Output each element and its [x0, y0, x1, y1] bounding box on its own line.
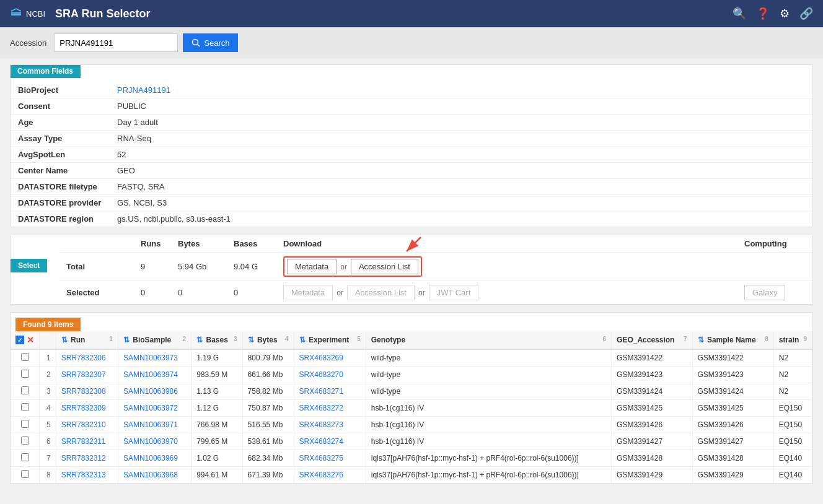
- run-link[interactable]: SRR7832306: [61, 354, 106, 362]
- accession-input[interactable]: [54, 33, 178, 52]
- experiment-link[interactable]: SRX4683272: [299, 404, 343, 412]
- run-link[interactable]: SRR7832307: [61, 370, 106, 379]
- bytes-col-num: 4: [285, 336, 289, 342]
- table-row: 1 SRR7832306 SAMN10063973 1.19 G 800.79 …: [11, 349, 812, 367]
- table-row: 3 SRR7832308 SAMN10063986 1.13 G 758.82 …: [11, 383, 812, 400]
- biosample-link[interactable]: SAMN10063969: [123, 454, 178, 463]
- row-experiment: SRX4683275: [294, 450, 366, 467]
- col-bytes-header[interactable]: ⇅ Bytes 4: [242, 331, 294, 349]
- run-link[interactable]: SRR7832313: [61, 471, 106, 479]
- row-bytes: 516.55 Mb: [242, 417, 294, 433]
- row-checkbox-cell: [11, 450, 40, 467]
- biosample-col-label: BioSample: [133, 336, 171, 344]
- experiment-link[interactable]: SRX4683276: [299, 471, 343, 479]
- total-computing-cell: [738, 253, 812, 281]
- experiment-link[interactable]: SRX4683273: [299, 420, 343, 429]
- col-label-header: [60, 235, 134, 253]
- biosample-link[interactable]: SAMN10063970: [123, 437, 178, 446]
- exp-col-num: 5: [357, 336, 361, 342]
- table-row: 4 SRR7832309 SAMN10063972 1.12 G 750.87 …: [11, 400, 812, 417]
- row-checkbox[interactable]: [21, 453, 29, 461]
- row-samplename: GSM3391422: [692, 349, 773, 367]
- help-icon[interactable]: ❓: [756, 7, 770, 20]
- field-value[interactable]: PRJNA491191: [110, 82, 812, 98]
- search-btn-icon: [191, 38, 200, 47]
- total-metadata-btn[interactable]: Metadata: [287, 259, 337, 274]
- row-checkbox[interactable]: [21, 403, 29, 411]
- biosample-link[interactable]: SAMN10063971: [123, 420, 178, 429]
- row-checkbox[interactable]: [21, 470, 29, 478]
- biosample-link[interactable]: SAMN10063974: [123, 370, 178, 379]
- common-fields-table: BioProject PRJNA491191 Consent PUBLIC Ag…: [11, 82, 812, 227]
- total-bytes: 5.94 Gb: [172, 253, 227, 281]
- biosample-link[interactable]: SAMN10063973: [123, 354, 178, 362]
- experiment-link[interactable]: SRX4683271: [299, 387, 343, 396]
- field-row: DATASTORE region gs.US, ncbi.public, s3.…: [11, 211, 812, 227]
- common-fields-section: Common Fields BioProject PRJNA491191 Con…: [10, 64, 813, 227]
- col-biosample-header[interactable]: ⇅ BioSample 2: [118, 331, 191, 349]
- total-accession-btn[interactable]: Accession List: [351, 259, 418, 274]
- field-key: Age: [11, 115, 110, 131]
- row-geo: GSM3391426: [612, 417, 692, 433]
- experiment-link[interactable]: SRX4683270: [299, 370, 343, 379]
- strain-col-label: strain: [779, 336, 799, 344]
- col-bases-header[interactable]: ⇅ Bases 3: [191, 331, 242, 349]
- run-link[interactable]: SRR7832311: [61, 437, 106, 446]
- exp-sort-icon: ⇅: [299, 336, 306, 344]
- search-button[interactable]: Search: [183, 33, 238, 52]
- fields-wrapper: BioProject PRJNA491191 Consent PUBLIC Ag…: [11, 65, 812, 227]
- row-checkbox[interactable]: [21, 370, 29, 378]
- field-key: DATASTORE region: [11, 211, 110, 227]
- select-all-checkbox[interactable]: ✓: [15, 336, 24, 344]
- row-checkbox[interactable]: [21, 353, 29, 361]
- row-run: SRR7832309: [56, 400, 118, 417]
- col-run-header[interactable]: ⇅ Run 1: [56, 331, 118, 349]
- samplename-col-label: Sample Name: [707, 336, 756, 344]
- settings-icon[interactable]: ⚙: [780, 7, 790, 20]
- search-btn-label: Search: [204, 38, 229, 48]
- run-link[interactable]: SRR7832309: [61, 404, 106, 412]
- svg-rect-1: [11, 14, 21, 15]
- experiment-link[interactable]: SRX4683274: [299, 437, 343, 446]
- field-row: BioProject PRJNA491191: [11, 82, 812, 98]
- run-link[interactable]: SRR7832310: [61, 420, 106, 429]
- row-bytes: 758.82 Mb: [242, 383, 294, 400]
- biosample-link[interactable]: SAMN10063972: [123, 404, 178, 412]
- field-row: Age Day 1 adult: [11, 115, 812, 131]
- row-checkbox[interactable]: [21, 437, 29, 445]
- row-biosample: SAMN10063972: [118, 400, 191, 417]
- row-geo: GSM3391422: [612, 349, 692, 367]
- field-link[interactable]: PRJNA491191: [117, 85, 170, 95]
- row-run: SRR7832307: [56, 367, 118, 383]
- select-table: Runs Bytes Bases Download Computing Tota…: [60, 235, 812, 304]
- biosample-link[interactable]: SAMN10063986: [123, 387, 178, 396]
- row-num: 8: [40, 467, 56, 484]
- col-experiment-header[interactable]: ⇅ Experiment 5: [294, 331, 366, 349]
- ncbi-text: NCBI: [26, 9, 45, 19]
- run-link[interactable]: SRR7832308: [61, 387, 106, 396]
- col-samplename-header[interactable]: ⇅ Sample Name 8: [692, 331, 773, 349]
- biosample-link[interactable]: SAMN10063968: [123, 471, 178, 479]
- row-checkbox[interactable]: [21, 420, 29, 428]
- search-icon[interactable]: 🔍: [733, 7, 746, 20]
- geo-col-label: GEO_Accession: [617, 336, 674, 344]
- deselect-all-btn[interactable]: ✕: [27, 335, 34, 345]
- link-icon[interactable]: 🔗: [799, 7, 813, 20]
- experiment-link[interactable]: SRX4683275: [299, 454, 343, 463]
- found-tag-label: Found 9 Items: [15, 318, 81, 331]
- field-key: Center Name: [11, 163, 110, 179]
- field-value: RNA-Seq: [110, 131, 812, 147]
- row-samplename: GSM3391423: [692, 367, 773, 383]
- experiment-link[interactable]: SRX4683269: [299, 354, 343, 362]
- total-label: Total: [60, 253, 134, 281]
- row-bytes: 661.66 Mb: [242, 367, 294, 383]
- run-link[interactable]: SRR7832312: [61, 454, 106, 463]
- row-checkbox[interactable]: [21, 386, 29, 394]
- row-geo: GSM3391423: [612, 367, 692, 383]
- row-run: SRR7832313: [56, 467, 118, 484]
- selected-or1: or: [337, 289, 343, 297]
- data-table: ✓ ✕ ⇅ Run 1 ⇅ BioSample: [11, 331, 812, 484]
- field-row: Assay Type RNA-Seq: [11, 131, 812, 147]
- total-bases: 9.04 G: [227, 253, 277, 281]
- svg-rect-0: [11, 12, 21, 14]
